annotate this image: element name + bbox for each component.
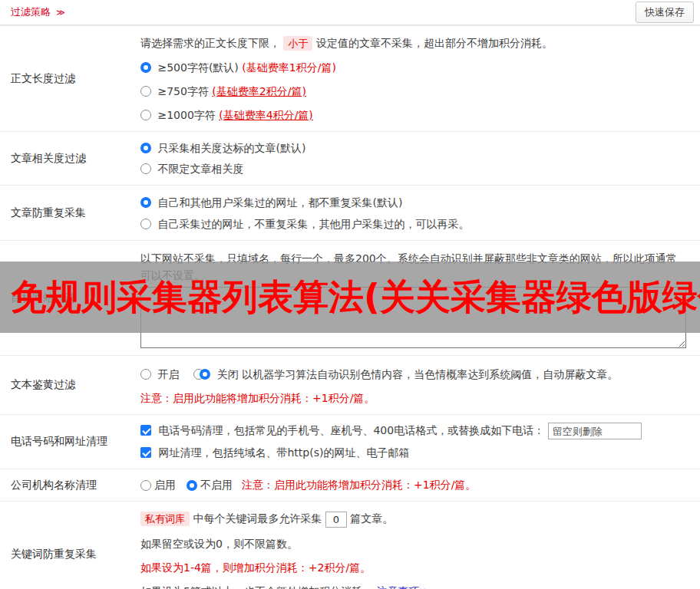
radio-1000-chars[interactable] <box>140 110 151 120</box>
filter-strategy-page: 过滤策略 ≫ 快速保存 正文长度过滤 请选择需求的正文长度下限， 小于 设定值的… <box>0 0 700 589</box>
option-dedup-all-users: 自己和其他用户采集过的网址，都不重复采集(默认) <box>140 195 692 210</box>
checkbox-url-cleanup[interactable] <box>140 447 151 458</box>
option-fee-note: (基础费率2积分/篇) <box>212 85 306 97</box>
porn-filter-desc: 以机器学习算法自动识别色情内容，当色情概率达到系统阈值，自动屏蔽文章。 <box>242 368 618 380</box>
porn-filter-options: 开启 关闭 以机器学习算法自动识别色情内容，当色情概率达到系统阈值，自动屏蔽文章… <box>140 367 692 382</box>
option-label: 自己采集过的网址，不重复采集，其他用户采集过的，可以再采。 <box>157 218 469 230</box>
option-1000-chars: ≥1000字符 (基础费率4积分/篇) <box>140 107 692 123</box>
radio-dedup-self-only[interactable] <box>140 219 151 229</box>
porn-filter-note: 注意：启用此功能将增加积分消耗：+1积分/篇。 <box>140 390 692 406</box>
chevron-down-icon: ≫ <box>56 8 65 18</box>
option-label: 关闭 <box>217 368 239 380</box>
watermark-text: 免规则采集器列表算法(关关采集器绿色版绿色 <box>0 274 700 321</box>
radio-company-on[interactable] <box>140 480 151 491</box>
notes-link[interactable]: 注意事项≫ <box>376 585 431 589</box>
page-title[interactable]: 过滤策略 ≫ <box>11 5 65 19</box>
row-label-phone-url: 电话号码和网址清理 <box>0 415 140 469</box>
row-label-dedup: 文章防重复采集 <box>0 186 140 240</box>
row-label-keyword: 关键词防重复采集 <box>0 502 140 589</box>
replacement-phone-input[interactable] <box>548 423 642 439</box>
row-label-text: 文本鉴黄过滤 <box>11 378 75 392</box>
keyword-limit-line: 私有词库 中每个关键词最多允许采集 篇文章。 <box>140 511 692 528</box>
option-label: 自己和其他用户采集过的网址，都不重复采集(默认) <box>157 196 402 209</box>
company-cleanup-options: 启用 不启用 注意：启用此功能将增加积分消耗：+1积分/篇。 <box>140 469 700 501</box>
url-cleanup-line: 网址清理，包括纯域名、带http(s)的网址、电子邮箱 <box>140 445 692 460</box>
row-label-content-length: 正文长度过滤 <box>0 26 140 131</box>
row-relevance-filter: 文章相关度过滤 只采集相关度达标的文章(默认) 不限定文章相关度 <box>0 131 700 185</box>
keyword-note-text: 如果设为5篇或以上，也不会额外增加积分消耗。 <box>140 585 373 589</box>
option-relevance-any: 不限定文章相关度 <box>140 161 692 176</box>
company-note: 注意：启用此功能将增加积分消耗：+1积分/篇。 <box>242 479 476 492</box>
keyword-limit-text: 中每个关键词最多允许采集 <box>193 512 322 525</box>
watermark-overlay: 免规则采集器列表算法(关关采集器绿色版绿色 <box>0 262 700 333</box>
keyword-note-five-plus: 如果设为5篇或以上，也不会额外增加积分消耗。 注意事项≫ <box>140 584 692 589</box>
row-phone-url-cleanup: 电话号码和网址清理 电话号码清理，包括常见的手机号、座机号、400电话格式，或替… <box>0 414 700 469</box>
option-label: 不限定文章相关度 <box>157 163 243 175</box>
phone-cleanup-line: 电话号码清理，包括常见的手机号、座机号、400电话格式，或替换成如下电话： <box>140 423 692 439</box>
option-label: 启用 <box>154 479 176 492</box>
row-label-text: 关键词防重复采集 <box>11 548 97 561</box>
option-relevance-strict: 只采集相关度达标的文章(默认) <box>140 140 692 156</box>
row-company-cleanup: 公司机构名称清理 启用 不启用 注意：启用此功能将增加积分消耗：+1积分/篇。 <box>0 469 700 501</box>
quick-save-button[interactable]: 快速保存 <box>636 2 694 23</box>
radio-relevance-strict[interactable] <box>140 143 151 153</box>
radio-company-off[interactable] <box>187 480 197 491</box>
option-750-chars: ≥750字符 (基础费率2积分/篇) <box>140 84 692 99</box>
row-porn-filter: 文本鉴黄过滤 开启 关闭 以机器学习算法自动识别色情内容，当色情概率达到系统阈值… <box>0 355 700 414</box>
radio-porn-off-checked[interactable] <box>200 369 210 380</box>
option-label: 不启用 <box>200 479 233 492</box>
radio-500-chars[interactable] <box>140 62 151 73</box>
keyword-note-unlimited: 如果留空或设为0，则不限篇数。 <box>140 536 692 551</box>
content-length-intro: 请选择需求的正文长度下限， 小于 设定值的文章不采集，超出部分不增加积分消耗。 <box>140 35 692 51</box>
option-fee-note: (基础费率4积分/篇) <box>219 109 313 121</box>
row-keyword-dedup: 关键词防重复采集 私有词库 中每个关键词最多允许采集 篇文章。 如果留空或设为0… <box>0 501 700 589</box>
row-label-text: 电话号码和网址清理 <box>11 435 107 449</box>
private-lexicon-badge[interactable]: 私有词库 <box>140 512 190 526</box>
row-label-text: 公司机构名称清理 <box>11 479 97 492</box>
row-label-text: 文章相关度过滤 <box>11 152 86 166</box>
row-label-porn-filter: 文本鉴黄过滤 <box>0 356 140 414</box>
radio-porn-on[interactable] <box>140 369 151 380</box>
radio-relevance-any[interactable] <box>140 163 151 174</box>
option-label: ≥1000字符 <box>157 109 215 121</box>
intro-text-before: 请选择需求的正文长度下限， <box>140 37 280 49</box>
keyword-note-fee: 如果设为1-4篇，则增加积分消耗：+2积分/篇。 <box>140 560 692 575</box>
row-label-text: 正文长度过滤 <box>11 72 75 86</box>
row-label-text: 文章防重复采集 <box>11 206 86 220</box>
option-fee-note: (基础费率1积分/篇) <box>242 61 336 74</box>
option-label: 只采集相关度达标的文章(默认) <box>157 142 305 154</box>
row-content-length-filter: 正文长度过滤 请选择需求的正文长度下限， 小于 设定值的文章不采集，超出部分不增… <box>0 25 700 131</box>
keyword-limit-suffix: 篇文章。 <box>350 512 393 525</box>
radio-750-chars[interactable] <box>140 86 151 97</box>
option-500-chars: ≥500字符(默认) (基础费率1积分/篇) <box>140 60 692 75</box>
row-label-company: 公司机构名称清理 <box>0 469 140 501</box>
intro-text-after: 设定值的文章不采集，超出部分不增加积分消耗。 <box>316 37 553 49</box>
option-dedup-self-only: 自己采集过的网址，不重复采集，其他用户采集过的，可以再采。 <box>140 216 692 232</box>
page-title-text: 过滤策略 <box>11 6 51 18</box>
less-than-badge: 小于 <box>283 36 312 51</box>
option-label: ≥750字符 <box>157 85 208 97</box>
option-label: 网址清理，包括纯域名、带http(s)的网址、电子邮箱 <box>158 446 409 459</box>
option-label: 开启 <box>157 368 179 380</box>
option-label: ≥500字符(默认) <box>157 61 238 74</box>
row-label-relevance: 文章相关度过滤 <box>0 132 140 185</box>
row-dedup-collection: 文章防重复采集 自己和其他用户采集过的网址，都不重复采集(默认) 自己采集过的网… <box>0 185 700 240</box>
option-label: 电话号码清理，包括常见的手机号、座机号、400电话格式，或替换成如下电话： <box>158 424 544 436</box>
radio-dedup-all-users[interactable] <box>140 197 151 208</box>
checkbox-phone-cleanup[interactable] <box>140 425 151 436</box>
max-collect-count-input[interactable] <box>325 512 347 528</box>
header: 过滤策略 ≫ 快速保存 <box>0 0 700 25</box>
